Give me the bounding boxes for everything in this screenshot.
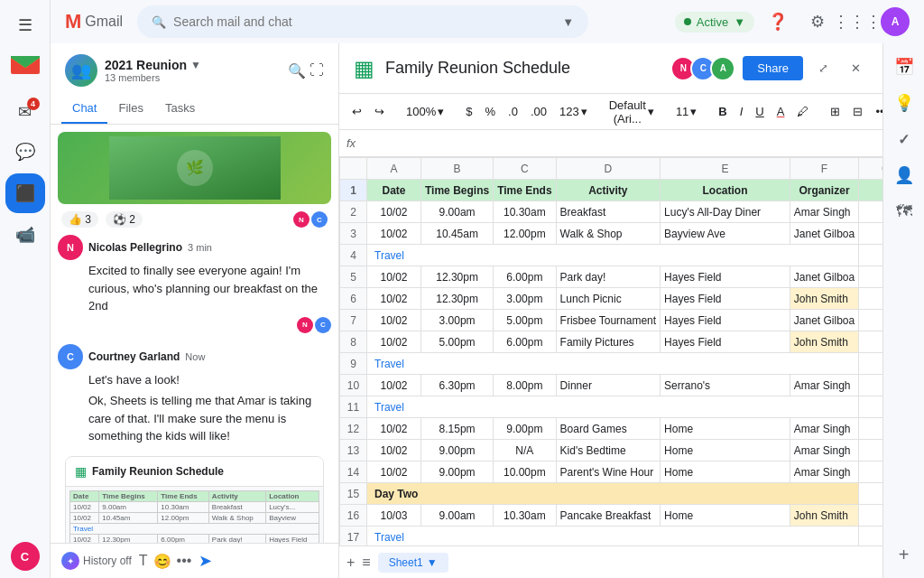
menu-icon[interactable]: ☰ — [7, 7, 43, 43]
cell-time-begins[interactable]: 8.15pm — [421, 418, 494, 440]
cell-extra[interactable] — [859, 310, 882, 331]
cell-organizer[interactable]: Amar Singh — [790, 375, 858, 396]
cell-extra[interactable] — [859, 440, 882, 461]
cell-time-ends[interactable]: 8.00pm — [494, 375, 556, 396]
cell-activity[interactable]: Frisbee Tournament — [556, 310, 661, 331]
highlight-color-button[interactable]: 🖊 — [791, 99, 814, 125]
cell-organizer[interactable]: John Smith — [790, 331, 858, 353]
header-organizer[interactable]: Organizer — [790, 180, 858, 201]
cell-time-ends[interactable]: 10.30am — [494, 201, 556, 223]
cell-activity[interactable]: Board Games — [556, 418, 661, 440]
cell-date[interactable]: 10/02 — [367, 461, 421, 483]
travel-row-cell[interactable]: Travel — [367, 245, 859, 266]
send-button[interactable]: ➤ — [199, 551, 212, 571]
italic-button[interactable]: I — [735, 99, 749, 125]
cell-organizer[interactable]: Janet Gilboa — [790, 266, 858, 288]
cell-organizer[interactable]: Janet Gilboa — [790, 223, 858, 245]
cell-date[interactable]: 10/03 — [367, 505, 421, 527]
cell-time-ends[interactable]: 3.00pm — [494, 288, 556, 310]
cell-organizer[interactable]: Amar Singh — [790, 440, 858, 461]
font-dropdown[interactable]: Default (Ari... ▾ — [604, 99, 660, 125]
ball-reaction[interactable]: ⚽ 2 — [106, 211, 143, 228]
cell-activity[interactable]: Kid's Bedtime — [556, 440, 661, 461]
cell-location[interactable]: Home — [661, 461, 790, 483]
spaces-nav-icon[interactable]: ⬛ — [5, 173, 45, 213]
help-icon[interactable]: ❓ — [762, 5, 794, 38]
chat-name-dropdown[interactable]: ▼ — [190, 59, 201, 71]
travel-row-cell[interactable]: Travel — [367, 527, 859, 546]
col-a-header[interactable]: A — [367, 158, 421, 180]
borders-button[interactable]: ⊞ — [825, 99, 845, 125]
cell-date[interactable]: 10/02 — [367, 266, 421, 288]
redo-button[interactable]: ↪ — [369, 99, 390, 125]
cell-activity[interactable]: Dinner — [556, 375, 661, 396]
zoom-dropdown[interactable]: 100% ▾ — [401, 99, 449, 125]
header-location[interactable]: Location — [661, 180, 790, 201]
cell-date[interactable]: 10/02 — [367, 201, 421, 223]
col-f-header[interactable]: F — [790, 158, 858, 180]
cell-activity[interactable]: Lunch Picnic — [556, 288, 661, 310]
cell-time-begins[interactable]: 9.00pm — [421, 440, 494, 461]
undo-button[interactable]: ↩ — [346, 99, 367, 125]
cell-time-ends[interactable]: 12.00pm — [494, 223, 556, 245]
font-size-dropdown[interactable]: 11 ▾ — [670, 99, 702, 125]
maps-sidebar-icon[interactable]: 🗺 — [888, 195, 920, 228]
tab-chat[interactable]: Chat — [61, 94, 107, 124]
cell-activity[interactable]: Pancake Breakfast — [556, 505, 661, 527]
cell-activity[interactable]: Park day! — [556, 266, 661, 288]
cell-time-begins[interactable]: 3.00pm — [421, 310, 494, 331]
tab-tasks[interactable]: Tasks — [154, 94, 206, 124]
cell-organizer[interactable]: Amar Singh — [790, 418, 858, 440]
sheet-grid-container[interactable]: A B C D E F G 1 Date — [339, 157, 882, 545]
cell-time-begins[interactable]: 12.30pm — [421, 266, 494, 288]
percent-button[interactable]: % — [479, 99, 501, 125]
user-avatar[interactable]: C — [11, 542, 40, 571]
more-chat-options-icon[interactable]: ••• — [177, 553, 192, 569]
cell-time-begins[interactable]: 10.45am — [421, 223, 494, 245]
cell-time-begins[interactable]: 5.00pm — [421, 331, 494, 353]
search-bar[interactable]: 🔍 ▼ — [137, 5, 588, 38]
settings-icon[interactable]: ⚙ — [801, 5, 834, 38]
sheet-title[interactable]: Family Reunion Schedule — [385, 59, 660, 78]
cell-time-begins[interactable]: 6.30pm — [421, 375, 494, 396]
share-button[interactable]: Share — [743, 56, 803, 80]
keep-sidebar-icon[interactable]: 💡 — [888, 87, 920, 119]
more-options-icon[interactable]: ⛶ — [310, 62, 324, 79]
col-c-header[interactable]: C — [494, 158, 556, 180]
header-extra[interactable] — [859, 180, 882, 201]
add-sidebar-icon[interactable]: + — [888, 538, 920, 571]
close-sheet-icon[interactable]: ✕ — [843, 56, 868, 81]
sheet-tab-dropdown[interactable]: ▼ — [427, 556, 438, 569]
tasks-sidebar-icon[interactable]: ✓ — [888, 123, 920, 155]
text-color-button[interactable]: A — [772, 99, 790, 125]
cell-extra[interactable] — [859, 223, 882, 245]
sheet-tab[interactable]: Sheet1 ▼ — [378, 553, 448, 573]
underline-button[interactable]: U — [750, 99, 769, 125]
cell-location[interactable]: Home — [661, 440, 790, 461]
embedded-sheet[interactable]: ▦ Family Reunion Schedule DateTime Begin… — [65, 456, 324, 544]
currency-button[interactable]: $ — [460, 99, 477, 125]
col-d-header[interactable]: D — [556, 158, 661, 180]
cell-time-ends[interactable]: 10.00pm — [494, 461, 556, 483]
cell-location[interactable]: Hayes Field — [661, 331, 790, 353]
cell-extra[interactable] — [859, 505, 882, 527]
cell-activity[interactable]: Breakfast — [556, 201, 661, 223]
cell-extra[interactable] — [859, 288, 882, 310]
cell-date[interactable]: 10/02 — [367, 418, 421, 440]
search-chat-icon[interactable]: 🔍 — [288, 62, 306, 79]
cell-time-begins[interactable]: 9.00am — [421, 505, 494, 527]
add-sheet-icon[interactable]: + — [346, 555, 355, 571]
cell-date[interactable]: 10/02 — [367, 375, 421, 396]
col-g-header[interactable]: G — [859, 158, 882, 180]
open-external-icon[interactable]: ⤢ — [810, 56, 836, 81]
format-dropdown[interactable]: 123 ▾ — [554, 99, 593, 125]
cell-extra[interactable] — [859, 266, 882, 288]
cell-location[interactable]: Hayes Field — [661, 288, 790, 310]
header-time-begins[interactable]: Time Begins — [421, 180, 494, 201]
cell-time-ends[interactable]: N/A — [494, 440, 556, 461]
cell-activity[interactable]: Family Pictures — [556, 331, 661, 353]
cell-location[interactable]: Serrano's — [661, 375, 790, 396]
cell-extra[interactable] — [859, 201, 882, 223]
cell-location[interactable]: Bayview Ave — [661, 223, 790, 245]
travel-row-cell[interactable]: Travel — [367, 353, 859, 375]
